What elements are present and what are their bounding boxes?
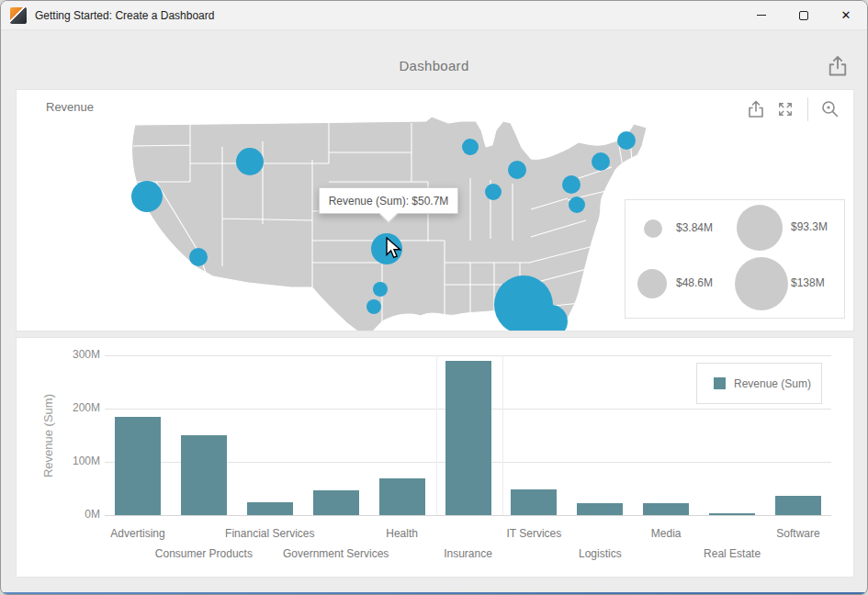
map-bubble[interactable] [562,175,581,194]
map-bubble[interactable] [617,131,636,150]
bar-consumer-products[interactable] [181,435,227,515]
y-axis-tick-label: 200M [42,401,100,414]
bar-advertising[interactable] [115,417,161,515]
bar-health[interactable] [379,478,425,515]
mouse-cursor-icon [385,237,405,261]
bar-software[interactable] [775,496,821,515]
legend-bubble [644,219,662,238]
chart-legend: Revenue (Sum) [696,363,822,404]
export-icon [827,54,849,78]
legend-bubble-label: $48.6M [676,276,713,289]
app-logo-icon [10,7,27,24]
maximize-button[interactable] [783,1,825,29]
y-axis-tick-label: 0M [42,508,100,521]
gridline-vertical [502,355,503,515]
map-bubble[interactable] [462,139,479,155]
legend-bubble [735,257,788,310]
x-axis-label: Real Estate [663,547,801,560]
us-land-shape [132,117,647,331]
bar-logistics[interactable] [577,503,623,515]
titlebar: Getting Started: Create a Dashboard ✕ [1,1,867,30]
y-axis-tick-label: 300M [42,348,100,361]
x-axis-label: Government Services [267,547,405,560]
series-color-swatch [714,377,726,389]
map-bubble[interactable] [485,184,502,200]
y-axis-tick-label: 100M [42,455,100,467]
legend-bubble [637,269,667,298]
x-axis-label: Consumer Products [135,547,273,560]
gridline-vertical [436,355,437,515]
x-axis-label: IT Services [465,527,603,540]
bar-chart-panel: Revenue (Sum) AdvertisingConsumer Produc… [16,337,854,578]
x-axis-label: Health [333,527,471,540]
map-bubble[interactable] [131,181,163,212]
page-title: Dashboard [1,58,867,73]
y-axis-title: Revenue (Sum) [41,376,55,496]
x-axis-label: Logistics [531,547,669,560]
minimize-icon [757,15,766,16]
legend-bubble-label: $3.84M [676,221,713,234]
bar-real-estate[interactable] [709,513,755,515]
map-bubble[interactable] [189,248,208,266]
map-bubble[interactable] [569,196,585,213]
map-bubble[interactable] [373,282,388,297]
x-axis-label: Software [729,527,854,540]
map-bubble[interactable] [508,161,526,179]
close-icon: ✕ [841,9,851,21]
x-axis-label: Insurance [400,547,537,560]
bar-it-services[interactable] [511,489,557,515]
map-panel: Revenue [16,89,854,331]
legend-bubble-label: $138M [791,276,825,289]
bar-media[interactable] [643,503,689,515]
map-tooltip: Revenue (Sum): $50.7M [319,187,458,214]
bubble-size-legend: $3.84M$93.3M$48.6M$138M [625,199,845,319]
maximize-icon [799,11,808,20]
legend-bubble [737,205,783,251]
app-window: Getting Started: Create a Dashboard ✕ Da… [0,0,868,595]
series-legend-label: Revenue (Sum) [734,377,811,390]
bar-government-services[interactable] [313,490,359,515]
legend-bubble-label: $93.3M [791,220,828,233]
bar-insurance[interactable] [445,361,491,515]
x-axis-label: Financial Services [201,527,339,540]
x-axis-label: Advertising [69,527,207,540]
bar-financial-services[interactable] [247,502,293,515]
dashboard-export-button[interactable] [827,54,849,78]
close-button[interactable]: ✕ [825,1,867,29]
x-axis-label: Media [597,527,735,540]
window-title: Getting Started: Create a Dashboard [35,9,214,22]
map-bubble[interactable] [236,148,264,175]
minimize-button[interactable] [740,1,783,29]
x-axis-line [105,515,831,516]
map-bubble[interactable] [592,152,610,171]
gridline-300m [105,355,831,356]
map-bubble[interactable] [366,299,381,314]
